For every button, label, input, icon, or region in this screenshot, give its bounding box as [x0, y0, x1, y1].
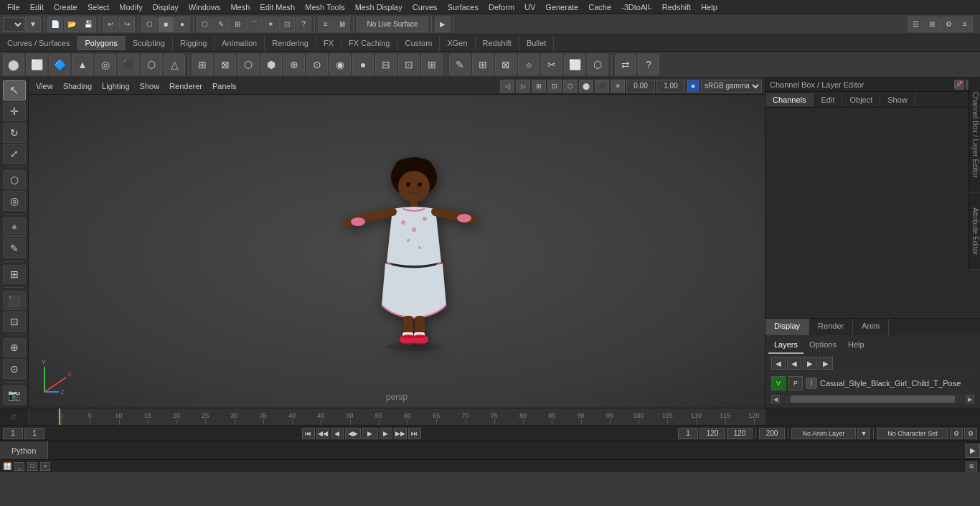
snap-live-btn[interactable]: ? — [296, 17, 311, 32]
layer-playback-btn[interactable]: P — [788, 376, 803, 390]
shelf-combine-btn[interactable]: ⬡ — [237, 54, 259, 75]
gimbal-btn[interactable]: ⊙ — [3, 359, 26, 379]
shelf-question-btn[interactable]: ? — [638, 54, 659, 75]
frame-field-input[interactable] — [678, 428, 698, 439]
shelf-target-weld-btn[interactable]: ⊙ — [306, 54, 328, 75]
save-scene-btn[interactable]: 💾 — [80, 17, 96, 32]
vp-cam-next-btn[interactable]: ▷ — [516, 80, 530, 93]
vp-wireframe-btn[interactable]: ⬡ — [563, 80, 578, 93]
tab-curves-surfaces[interactable]: Curves / Surfaces — [0, 36, 77, 50]
next-frame-btn[interactable]: ▶ — [380, 428, 392, 439]
universal-manip-btn[interactable]: ⬡ — [3, 170, 26, 190]
layer-scroll-far-right-btn[interactable]: ▶ — [819, 357, 833, 370]
layer-scroll-right-btn[interactable]: ▶ — [803, 357, 817, 370]
shelf-cut-btn[interactable]: ✂ — [541, 54, 562, 75]
snap-point-btn[interactable]: ✦ — [263, 17, 278, 32]
show-manip-btn[interactable]: ⊞ — [3, 265, 26, 285]
vp-texture-btn[interactable]: ⬛ — [595, 80, 609, 93]
window-restore-btn[interactable]: □ — [27, 462, 37, 471]
vp-color-mgmt-btn[interactable]: ■ — [687, 80, 699, 93]
snap-curve-btn[interactable]: ⌒ — [246, 17, 262, 32]
viewport-canvas[interactable]: persp X Y Z — [29, 95, 765, 408]
tab-xgen[interactable]: XGen — [440, 36, 475, 50]
camera-btn[interactable]: 📷 — [3, 385, 26, 406]
rotate-tool-btn[interactable]: ↻ — [3, 123, 26, 143]
scale-tool-btn[interactable]: ⤢ — [3, 144, 26, 164]
tool-settings-btn[interactable]: ⚙ — [941, 17, 956, 32]
new-scene-btn[interactable]: 📄 — [47, 17, 63, 32]
shelf-uv-btn[interactable]: ⊞ — [472, 54, 494, 75]
tab-redshift[interactable]: Redshift — [476, 36, 519, 50]
lasso-select-btn[interactable]: ⬡ — [197, 17, 212, 32]
tab-render[interactable]: Render — [809, 319, 853, 335]
shelf-cylindrical-btn[interactable]: ⬡ — [587, 54, 608, 75]
menu-item-edit[interactable]: Edit — [26, 1, 48, 13]
char-set-options1[interactable]: ⚙ — [950, 428, 963, 439]
vp-smooth-btn[interactable]: ⬤ — [579, 80, 593, 93]
range-end-input[interactable] — [727, 428, 753, 439]
shelf-add-divs-btn[interactable]: ⊞ — [421, 54, 443, 75]
soft-mod-btn[interactable]: ◎ — [3, 191, 26, 211]
tab-custom[interactable]: Custom — [398, 36, 440, 50]
shelf-cone-btn[interactable]: ▲ — [72, 54, 93, 75]
select-component-btn[interactable]: ● — [174, 17, 190, 32]
window-close-btn[interactable]: × — [40, 462, 50, 471]
timeline-ruler[interactable]: 0510152025303540455055606570758085909510… — [57, 408, 765, 425]
tab-channels[interactable]: Channels — [765, 93, 814, 106]
shelf-mirror-btn[interactable]: ⊟ — [375, 54, 397, 75]
scroll-track-h[interactable] — [781, 395, 964, 403]
open-scene-btn[interactable]: 📂 — [64, 17, 80, 32]
vp-panels-menu[interactable]: Panels — [208, 80, 241, 92]
vp-near-value[interactable] — [626, 80, 655, 93]
script-run-btn[interactable]: ▶ — [966, 444, 980, 458]
paint-select-btn[interactable]: ✎ — [213, 17, 229, 32]
tab-display[interactable]: Display — [765, 319, 809, 335]
python-tab[interactable]: Python — [0, 441, 48, 459]
vp-renderer-menu[interactable]: Renderer — [165, 80, 207, 92]
shelf-merge-btn[interactable]: ⊕ — [283, 54, 305, 75]
tab-show[interactable]: Show — [880, 93, 915, 106]
attribute-editor-btn[interactable]: ⊞ — [924, 17, 940, 32]
menu-item-windows[interactable]: Windows — [184, 1, 225, 13]
options-tab[interactable]: Options — [804, 338, 842, 354]
vp-show-menu[interactable]: Show — [136, 80, 164, 92]
menu-item-3dtall[interactable]: -3DtoAll- — [617, 1, 656, 13]
workspace-selector[interactable]: Modeling — [3, 17, 24, 32]
shelf-cylinder-btn[interactable]: 🔷 — [49, 54, 70, 75]
range-start-input[interactable] — [699, 428, 725, 439]
go-to-end-btn[interactable]: ⏭ — [408, 428, 421, 439]
go-to-start-btn[interactable]: ⏮ — [302, 428, 315, 439]
shelf-pyramid-btn[interactable]: △ — [164, 54, 185, 75]
char-set-dropdown[interactable]: No Character Set — [877, 428, 948, 439]
shelf-sphere-btn[interactable]: ⬤ — [3, 54, 24, 75]
shelf-smooth-btn[interactable]: ⊡ — [398, 54, 420, 75]
help-tab[interactable]: Help — [842, 338, 870, 354]
tab-edit[interactable]: Edit — [814, 93, 842, 106]
menu-item-surfaces[interactable]: Surfaces — [443, 1, 483, 13]
menu-item-select[interactable]: Select — [83, 1, 114, 13]
lasso2-btn[interactable]: ⊡ — [3, 311, 26, 332]
tab-sculpting[interactable]: Sculpting — [126, 36, 173, 50]
window-minimize-btn[interactable]: _ — [14, 462, 24, 471]
vp-shading-menu[interactable]: Shading — [59, 80, 96, 92]
transform-absolute-btn[interactable]: ⊠ — [334, 17, 350, 32]
anim-layer-options[interactable]: ▼ — [857, 428, 870, 439]
layers-tab[interactable]: Layers — [768, 338, 804, 354]
menu-item-help[interactable]: Help — [697, 1, 722, 13]
render-frame-btn[interactable]: ▶ — [435, 17, 451, 32]
vp-lighting-menu[interactable]: Lighting — [98, 80, 134, 92]
channel-box-btn[interactable]: ☰ — [908, 17, 923, 32]
tab-polygons[interactable]: Polygons — [77, 36, 125, 50]
prev-key-btn[interactable]: ◀◀ — [316, 428, 329, 439]
tab-object[interactable]: Object — [842, 93, 880, 106]
tab-rendering[interactable]: Rendering — [265, 36, 316, 50]
menu-item-modify[interactable]: Modify — [115, 1, 146, 13]
shelf-planar-btn[interactable]: ⬜ — [564, 54, 585, 75]
menu-item-redshift[interactable]: Redshift — [658, 1, 695, 13]
tab-anim[interactable]: Anim — [853, 319, 889, 335]
play-forward-btn[interactable]: ▶ — [362, 428, 378, 439]
vp-frame-all-btn[interactable]: ⊡ — [547, 80, 562, 93]
scroll-right-arrow[interactable]: ▶ — [966, 395, 974, 403]
menu-item-cache[interactable]: Cache — [584, 1, 616, 13]
undo-btn[interactable]: ↩ — [103, 17, 118, 32]
